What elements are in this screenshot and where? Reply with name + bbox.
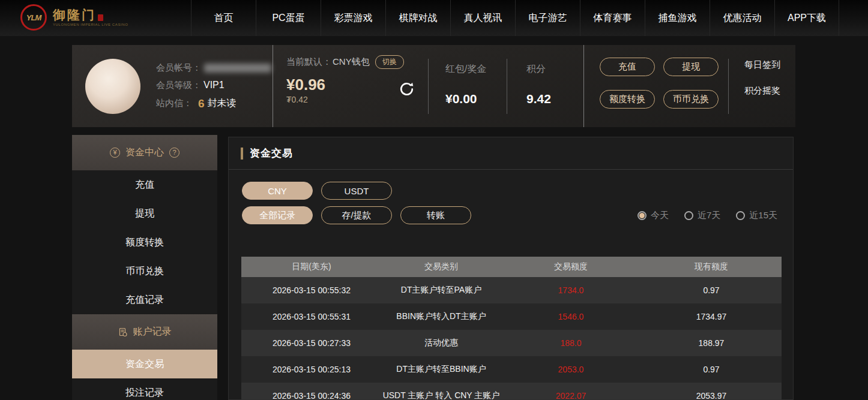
nav-item[interactable]: 首页: [191, 0, 256, 36]
cell-type: DT主账户转至PA账户: [382, 277, 501, 303]
account-label: 会员帐号：: [156, 62, 201, 74]
table-row[interactable]: 2026-03-15 00:55:31 BBIN账户转入DT主账户 1546.0…: [241, 303, 782, 330]
main-content-panel: 资金交易 CNY USDT 全部记录 存/提款 转账 今天: [228, 137, 794, 400]
quick-action-button[interactable]: 币币兑换: [663, 90, 719, 109]
points-value: 9.42: [526, 92, 583, 106]
nav-item[interactable]: 彩票游戏: [321, 0, 385, 36]
cell-date: 2026-03-15 00:55:31: [241, 303, 382, 330]
sidebar-item[interactable]: 充值记录: [72, 285, 217, 314]
table-header-cell: 交易额度: [501, 257, 641, 277]
wallet-name: CNY钱包: [333, 56, 370, 68]
table-row[interactable]: 2026-03-15 00:24:36 USDT 主账户 转入 CNY 主账户 …: [241, 383, 782, 400]
sidebar-item[interactable]: 充值: [72, 170, 217, 199]
sidebar-item-label: 提现: [135, 207, 154, 220]
bonus-section: 红包/奖金 ¥0.00: [429, 45, 507, 127]
account-value-blurred: [204, 64, 271, 73]
brand-name: 御隆门: [53, 8, 96, 21]
table-row[interactable]: 2026-03-15 00:27:33 活动优惠 188.0 188.97: [241, 330, 782, 356]
record-book-icon: [118, 327, 128, 337]
cell-date: 2026-03-15 00:24:36: [241, 383, 382, 400]
wallet-default-label: 当前默认：: [286, 56, 331, 68]
wallet-section: 当前默认： CNY钱包 切换 ¥0.96 ₮0.42: [273, 45, 428, 127]
table-body: 2026-03-15 00:55:32 DT主账户转至PA账户 1734.0 0…: [241, 277, 782, 400]
sidebar-item-label: 额度转换: [125, 236, 164, 249]
nav-item[interactable]: 电子游艺: [515, 0, 580, 36]
sidebar-funds-items: 充值 提现 额度转换 币币兑换 充值记录: [72, 170, 217, 314]
sidebar: ¥ 资金中心 ? 充值 提现 额度转换 币币兑换 充值记录 账户记录 资金交易 …: [72, 135, 217, 400]
brand-tagline: YULONGMEN IMPERIAL LIVE CASINO: [53, 23, 128, 26]
transactions-table: 日期(美东) 交易类别 交易额度 现有额度 2026-03-15 00:55:3…: [241, 257, 782, 400]
date-range-radio-label: 今天: [651, 210, 669, 221]
sidebar-item-label: 币币兑换: [125, 265, 164, 278]
radio-icon: [684, 211, 693, 220]
nav-item[interactable]: 棋牌对战: [385, 0, 450, 36]
quick-action-label: 提现: [682, 61, 700, 71]
sidebar-item-label: 充值: [135, 179, 154, 191]
inbox-unread-count[interactable]: 6: [198, 97, 205, 110]
date-range-radio[interactable]: 近7天: [684, 210, 720, 221]
table-row[interactable]: 2026-03-15 00:25:13 DT主账户转至BBIN账户 2053.0…: [241, 356, 782, 383]
nav-item[interactable]: 体育赛事: [580, 0, 645, 36]
wallet-switch-button[interactable]: 切换: [375, 55, 404, 69]
cell-type: DT主账户转至BBIN账户: [382, 356, 501, 383]
nav-item-label: 优惠活动: [723, 12, 762, 25]
nav-item[interactable]: 优惠活动: [710, 0, 774, 36]
daily-link[interactable]: 积分摇奖: [744, 85, 780, 97]
cell-amount: 1734.0: [501, 277, 641, 303]
quick-action-button[interactable]: 充值: [600, 58, 655, 76]
sidebar-item[interactable]: 额度转换: [72, 228, 217, 257]
cell-type: BBIN账户转入DT主账户: [382, 303, 501, 330]
points-label: 积分: [526, 63, 583, 76]
record-filter-tab[interactable]: 全部记录: [242, 206, 313, 224]
nav-item-label: 电子游艺: [529, 12, 567, 25]
question-circle-icon[interactable]: ?: [169, 148, 179, 158]
sidebar-item[interactable]: 投注记录: [72, 378, 217, 400]
currency-tab-label: CNY: [268, 186, 287, 196]
sidebar-item[interactable]: 提现: [72, 199, 217, 228]
sidebar-header-funds: ¥ 资金中心 ?: [72, 135, 217, 170]
nav-item-label: 首页: [214, 12, 234, 25]
cell-amount: 188.0: [501, 330, 641, 356]
daily-links: 每日签到 积分摇奖: [729, 45, 780, 127]
cell-balance: 0.97: [641, 277, 782, 303]
sidebar-item[interactable]: 币币兑换: [72, 257, 217, 285]
daily-link[interactable]: 每日签到: [744, 59, 780, 71]
table-header-cell: 交易类别: [382, 257, 501, 277]
nav-item-label: 体育赛事: [594, 12, 632, 25]
cell-date: 2026-03-15 00:27:33: [241, 330, 382, 356]
sidebar-item[interactable]: 资金交易: [72, 350, 217, 378]
nav-item[interactable]: APP下载: [774, 0, 839, 36]
nav-item[interactable]: 捕鱼游戏: [645, 0, 710, 36]
brand-logo[interactable]: YLM 御隆门 YULONGMEN IMPERIAL LIVE CASINO: [20, 4, 128, 31]
record-filter-tab[interactable]: 转账: [400, 206, 471, 224]
table-header-cell: 日期(美东): [241, 257, 382, 277]
sidebar-item-label: 充值记录: [125, 294, 164, 306]
quick-action-button[interactable]: 提现: [663, 58, 719, 76]
quick-action-label: 币币兑换: [673, 94, 709, 104]
table-header-row: 日期(美东) 交易类别 交易额度 现有额度: [241, 257, 782, 277]
nav-item[interactable]: 真人视讯: [450, 0, 515, 36]
table-row[interactable]: 2026-03-15 00:55:32 DT主账户转至PA账户 1734.0 0…: [241, 277, 782, 303]
brand-stamp-icon: [98, 14, 103, 21]
quick-action-label: 额度转换: [609, 94, 645, 104]
cell-date: 2026-03-15 00:55:32: [241, 277, 382, 303]
nav-item-label: APP下载: [788, 12, 826, 25]
record-filter-tab[interactable]: 存/提款: [321, 206, 392, 224]
date-range-radios: 今天 近7天 近15天: [637, 210, 777, 221]
nav-item[interactable]: PC蛋蛋: [256, 0, 321, 36]
record-filter-tab-label: 转账: [427, 210, 445, 221]
date-range-radio[interactable]: 近15天: [736, 210, 777, 221]
avatar[interactable]: [85, 59, 140, 114]
quick-action-label: 充值: [618, 61, 636, 71]
currency-tab[interactable]: USDT: [321, 182, 392, 200]
quick-action-button[interactable]: 额度转换: [600, 90, 655, 109]
refresh-icon[interactable]: [399, 81, 415, 97]
currency-tab[interactable]: CNY: [242, 182, 313, 200]
date-range-radio[interactable]: 今天: [637, 210, 669, 221]
profile-info: 会员帐号： 会员等级： VIP1 站内信： 6 封未读: [156, 62, 271, 110]
points-section: 积分 9.42: [507, 45, 583, 127]
sidebar-header-records: 账户记录: [72, 314, 217, 350]
sidebar-item-label: 投注记录: [125, 387, 164, 399]
title-accent-bar: [241, 148, 243, 160]
cell-balance: 2053.97: [641, 383, 782, 400]
